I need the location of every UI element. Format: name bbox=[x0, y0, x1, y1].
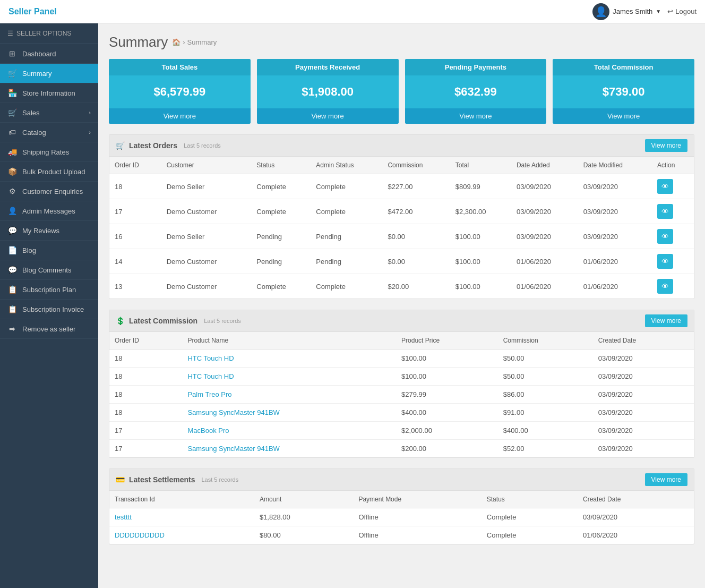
latest-orders-title: 🛒 Latest Orders Last 5 records bbox=[116, 141, 221, 150]
latest-commission-header: 💲 Latest Commission Last 5 records View … bbox=[109, 310, 694, 332]
sidebar-my-reviews-icon: 💬 bbox=[7, 226, 17, 235]
stat-card-view-more[interactable]: View more bbox=[312, 112, 344, 120]
view-order-button[interactable]: 👁 bbox=[657, 204, 673, 219]
menu-icon: ☰ bbox=[7, 30, 13, 37]
user-info: 👤 James Smith ▼ bbox=[592, 3, 661, 20]
avatar: 👤 bbox=[592, 3, 609, 20]
app-title: Seller Panel bbox=[8, 7, 57, 16]
settlements-col-header: Status bbox=[482, 491, 578, 508]
latest-commission-title: 💲 Latest Commission Last 5 records bbox=[116, 317, 241, 325]
orders-cell: Complete bbox=[311, 199, 382, 224]
orders-cell: $100.00 bbox=[450, 249, 511, 274]
breadcrumb-home-icon[interactable]: 🏠 bbox=[172, 38, 180, 46]
settlement-transaction-id[interactable]: testttt bbox=[109, 508, 254, 526]
stat-card-value: $632.99 bbox=[405, 75, 547, 108]
sidebar-blog-icon: 📄 bbox=[7, 246, 17, 254]
orders-cell: $20.00 bbox=[382, 274, 450, 299]
table-row: 18HTC Touch HD$100.00$50.0003/09/2020 bbox=[109, 350, 694, 368]
commission-product-name[interactable]: Palm Treo Pro bbox=[182, 386, 396, 404]
settlement-created-date: 01/06/2020 bbox=[578, 526, 694, 544]
commission-product-name[interactable]: HTC Touch HD bbox=[182, 368, 396, 386]
sidebar-item-remove-as-seller[interactable]: ➡ Remove as seller bbox=[0, 319, 98, 339]
sidebar-item-sales[interactable]: 🛒 Sales › bbox=[0, 103, 98, 123]
sidebar-item-dashboard[interactable]: ⊞ Dashboard bbox=[0, 44, 98, 64]
sidebar-item-subscription-plan[interactable]: 📋 Subscription Plan bbox=[0, 280, 98, 300]
latest-orders-header: 🛒 Latest Orders Last 5 records View more bbox=[109, 135, 694, 157]
latest-settlements-header: 💳 Latest Settlements Last 5 records View… bbox=[109, 469, 694, 491]
orders-action-cell: 👁 bbox=[652, 249, 694, 274]
stat-card-view-more[interactable]: View more bbox=[607, 112, 640, 120]
orders-col-header: Date Added bbox=[511, 157, 578, 174]
latest-settlements-table: Transaction IdAmountPayment ModeStatusCr… bbox=[109, 491, 694, 544]
sidebar-remove-as-seller-icon: ➡ bbox=[7, 325, 17, 333]
orders-cell: Pending bbox=[251, 224, 311, 249]
table-row: 14Demo CustomerPendingPending$0.00$100.0… bbox=[109, 249, 694, 274]
orders-action-cell: 👁 bbox=[652, 199, 694, 224]
orders-cell: Complete bbox=[251, 174, 311, 199]
sidebar-item-catalog[interactable]: 🏷 Catalog › bbox=[0, 123, 98, 142]
latest-commission-view-more[interactable]: View more bbox=[645, 314, 687, 327]
view-order-button[interactable]: 👁 bbox=[657, 179, 673, 194]
sidebar-item-admin-messages[interactable]: 👤 Admin Messages bbox=[0, 201, 98, 221]
stat-card-footer: View more bbox=[109, 108, 251, 124]
settlement-transaction-id[interactable]: DDDDDDDDDD bbox=[109, 526, 254, 544]
stat-card-view-more[interactable]: View more bbox=[164, 112, 196, 120]
sidebar-item-label: Sales bbox=[22, 109, 40, 117]
sidebar-item-store-information[interactable]: 🏪 Store Information bbox=[0, 83, 98, 103]
sidebar-item-label: Blog Comments bbox=[22, 266, 71, 274]
sidebar: ☰ SELLER OPTIONS ⊞ Dashboard 🛒 Summary 🏪… bbox=[0, 23, 98, 588]
logout-button[interactable]: ↩ Logout bbox=[667, 7, 697, 15]
orders-cell: $227.00 bbox=[382, 174, 450, 199]
chevron-right-icon: › bbox=[89, 109, 91, 116]
latest-settlements-view-more[interactable]: View more bbox=[645, 473, 687, 486]
commission-product-name[interactable]: HTC Touch HD bbox=[182, 350, 396, 368]
sidebar-item-label: Summary bbox=[22, 70, 52, 78]
sidebar-item-blog-comments[interactable]: 💬 Blog Comments bbox=[0, 260, 98, 280]
commission-product-name[interactable]: MacBook Pro bbox=[182, 422, 396, 440]
orders-cell: Demo Seller bbox=[161, 174, 252, 199]
stat-card-view-more[interactable]: View more bbox=[459, 112, 492, 120]
sidebar-subscription-plan-icon: 📋 bbox=[7, 285, 17, 294]
commission-col-header: Commission bbox=[498, 332, 593, 350]
orders-cell: $0.00 bbox=[382, 224, 450, 249]
sidebar-item-label: Remove as seller bbox=[22, 325, 75, 333]
latest-orders-table: Order IDCustomerStatusAdmin StatusCommis… bbox=[109, 157, 694, 299]
commission-product-price: $200.00 bbox=[396, 440, 498, 458]
top-bar: Seller Panel 👤 James Smith ▼ ↩ Logout bbox=[0, 0, 705, 23]
latest-commission-table: Order IDProduct NameProduct PriceCommiss… bbox=[109, 332, 694, 457]
sidebar-item-customer-enquiries[interactable]: ⚙ Customer Enquiries bbox=[0, 182, 98, 201]
settlements-icon: 💳 bbox=[116, 475, 125, 484]
sidebar-item-summary[interactable]: 🛒 Summary bbox=[0, 64, 98, 83]
settlements-col-header: Payment Mode bbox=[353, 491, 481, 508]
orders-col-header: Action bbox=[652, 157, 694, 174]
sidebar-item-label: My Reviews bbox=[22, 227, 59, 235]
main-layout: ☰ SELLER OPTIONS ⊞ Dashboard 🛒 Summary 🏪… bbox=[0, 23, 705, 588]
sidebar-item-shipping-rates[interactable]: 🚚 Shipping Rates bbox=[0, 142, 98, 162]
commission-product-name[interactable]: Samsung SyncMaster 941BW bbox=[182, 404, 396, 422]
view-order-button[interactable]: 👁 bbox=[657, 254, 673, 269]
view-order-button[interactable]: 👁 bbox=[657, 229, 673, 244]
view-order-button[interactable]: 👁 bbox=[657, 279, 673, 294]
orders-cell: Complete bbox=[251, 274, 311, 299]
user-dropdown-icon[interactable]: ▼ bbox=[656, 8, 661, 14]
sidebar-item-blog[interactable]: 📄 Blog bbox=[0, 241, 98, 260]
stat-card-header: Payments Received bbox=[257, 59, 399, 75]
sidebar-blog-comments-icon: 💬 bbox=[7, 266, 17, 274]
orders-cell: 03/09/2020 bbox=[578, 199, 652, 224]
orders-cell: 13 bbox=[109, 274, 161, 299]
sidebar-shipping-rates-icon: 🚚 bbox=[7, 148, 17, 156]
commission-amount: $91.00 bbox=[498, 404, 593, 422]
orders-cell: 16 bbox=[109, 224, 161, 249]
breadcrumb-current: Summary bbox=[187, 38, 217, 46]
latest-orders-view-more[interactable]: View more bbox=[645, 139, 687, 152]
sidebar-item-my-reviews[interactable]: 💬 My Reviews bbox=[0, 221, 98, 241]
orders-cell: Demo Customer bbox=[161, 249, 252, 274]
sidebar-item-label: Catalog bbox=[22, 129, 46, 137]
settlements-col-header: Created Date bbox=[578, 491, 694, 508]
stat-card-payments-received: Payments Received $1,908.00 View more bbox=[257, 59, 399, 124]
orders-cell: 01/06/2020 bbox=[578, 274, 652, 299]
sidebar-customer-enquiries-icon: ⚙ bbox=[7, 187, 17, 195]
sidebar-item-subscription-invoice[interactable]: 📋 Subscription Invoice bbox=[0, 300, 98, 319]
sidebar-item-bulk-product-upload[interactable]: 📦 Bulk Product Upload bbox=[0, 162, 98, 182]
commission-product-name[interactable]: Samsung SyncMaster 941BW bbox=[182, 440, 396, 458]
